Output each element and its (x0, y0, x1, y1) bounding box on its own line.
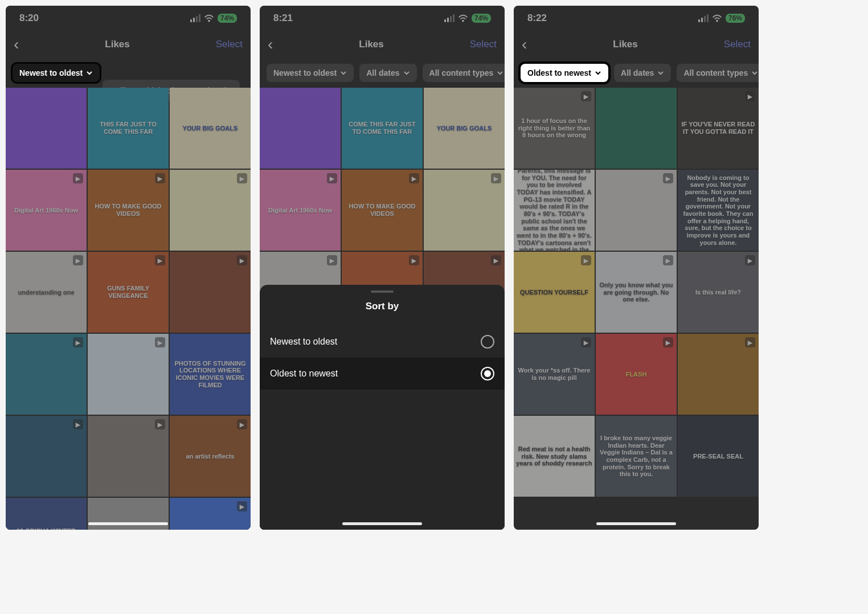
reel-icon: ▶ (155, 173, 165, 183)
sort-chip[interactable]: Newest to oldest (13, 64, 100, 82)
sort-chip[interactable]: Newest to oldest (267, 64, 354, 82)
home-indicator[interactable] (342, 522, 422, 525)
dates-chip[interactable]: All dates (614, 64, 671, 82)
media-tile[interactable] (596, 88, 677, 169)
phone-screen-1: 8:20 74% ‹ Likes Select Newest to oldest… (6, 6, 251, 530)
back-icon[interactable]: ‹ (522, 35, 527, 54)
reel-icon: ▶ (327, 255, 337, 265)
status-time: 8:20 (19, 13, 39, 24)
media-grid-1: THIS FAR JUST TO COME THIS FARYOUR BIG G… (6, 88, 251, 530)
sheet-handle[interactable] (371, 290, 394, 293)
sort-option-newest[interactable]: Newest to oldest (260, 326, 505, 358)
page-title: Likes (105, 39, 129, 50)
media-tile[interactable]: Nobody is coming to save you. Not your p… (678, 170, 759, 251)
tile-caption: Red meat is not a health risk. New study… (516, 445, 592, 467)
phone-screen-3: 8:22 76% ‹ Likes Select Oldest to newest… (514, 6, 759, 530)
svg-point-2 (716, 20, 718, 21)
media-tile[interactable]: Digital Art 1960s Now▶ (6, 170, 87, 251)
reel-icon: ▶ (663, 337, 673, 347)
reel-icon: ▶ (155, 255, 165, 265)
media-tile[interactable]: THIS FAR JUST TO COME THIS FAR (88, 88, 169, 169)
select-button[interactable]: Select (216, 39, 243, 50)
reel-icon: ▶ (491, 255, 501, 265)
media-tile[interactable]: COME THIS FAR JUST TO COME THIS FAR (342, 88, 423, 169)
tile-caption: THIS FAR JUST TO COME THIS FAR (90, 121, 166, 135)
tile-caption: YOUR BIG GOALS (183, 125, 238, 132)
tile-caption: an artist reflects (186, 453, 235, 460)
battery-indicator: 74% (218, 14, 237, 23)
media-tile[interactable]: Patrick Bet-David — Parents, this messag… (514, 170, 595, 251)
reel-icon: ▶ (581, 337, 591, 347)
media-tile[interactable]: GUNS FAMILY VENGEANCE▶ (88, 252, 169, 333)
reel-icon: ▶ (409, 173, 419, 183)
media-tile[interactable]: ▶ (6, 334, 87, 415)
types-label: All content types (683, 68, 748, 77)
media-tile[interactable]: HOW TO MAKE GOOD VIDEOS▶ (88, 170, 169, 251)
media-tile[interactable]: ▶ (424, 170, 505, 251)
reel-icon: ▶ (581, 255, 591, 265)
home-indicator[interactable] (88, 522, 168, 525)
media-tile[interactable]: Red meat is not a health risk. New study… (514, 416, 595, 497)
media-tile[interactable]: ▶ (170, 252, 251, 333)
tile-caption: FLASH (626, 371, 647, 378)
media-tile[interactable] (6, 88, 87, 169)
home-indicator[interactable] (596, 522, 676, 525)
media-tile[interactable]: ▶ (678, 334, 759, 415)
media-tile[interactable]: Is this real life?▶ (678, 252, 759, 333)
media-tile[interactable]: I broke too many veggie Indian hearts. D… (596, 416, 677, 497)
types-chip[interactable]: All content types (423, 64, 505, 82)
reel-icon: ▶ (237, 419, 247, 429)
sort-option-oldest[interactable]: Oldest to newest (260, 358, 505, 390)
status-icons: 74% (190, 14, 237, 23)
media-tile[interactable]: HOW TO MAKE GOOD VIDEOS▶ (342, 170, 423, 251)
media-tile[interactable]: 1 hour of focus on the right thing is be… (514, 88, 595, 169)
media-tile[interactable]: ▶ (596, 170, 677, 251)
wifi-icon (204, 14, 214, 22)
media-tile[interactable]: an artist reflects▶ (170, 416, 251, 497)
chevron-down-icon (497, 69, 503, 76)
status-icons: 76% (698, 14, 745, 23)
media-tile[interactable]: ▶ (6, 416, 87, 497)
media-tile[interactable]: YOUR BIG GOALS (170, 88, 251, 169)
tile-caption: PHOTOS OF STUNNING LOCATIONS WHERE ICONI… (172, 360, 248, 389)
tile-caption: COME THIS FAR JUST TO COME THIS FAR (344, 121, 420, 135)
select-button[interactable]: Select (724, 39, 751, 50)
media-tile[interactable]: IF YOU'VE NEVER READ IT YOU GOTTA READ I… (678, 88, 759, 169)
media-tile[interactable]: mokoba▶ (170, 498, 251, 530)
media-tile[interactable] (260, 88, 341, 169)
tile-caption: Digital Art 1960s Now (14, 207, 78, 214)
media-tile[interactable]: ▶ (88, 334, 169, 415)
tile-caption: 10 ODISHA WINTER FOODS THE WORLD NEEDS T… (8, 527, 84, 530)
sort-chip[interactable]: Oldest to newest (521, 64, 608, 82)
media-tile[interactable]: Digital Art 1960s Now▶ (260, 170, 341, 251)
reel-icon: ▶ (237, 173, 247, 183)
chevron-down-icon (657, 69, 664, 76)
dates-label: All dates (366, 68, 399, 77)
dates-chip[interactable]: All dates (359, 64, 416, 82)
status-time: 8:22 (527, 13, 547, 24)
media-tile[interactable]: ▶ (170, 170, 251, 251)
back-icon[interactable]: ‹ (14, 35, 19, 54)
media-tile[interactable]: FLASH▶ (596, 334, 677, 415)
back-icon[interactable]: ‹ (268, 35, 273, 54)
reel-icon: ▶ (73, 337, 83, 347)
tile-caption: Digital Art 1960s Now (268, 207, 332, 214)
media-tile[interactable]: understanding one▶ (6, 252, 87, 333)
nav-bar: ‹ Likes Select (6, 31, 251, 58)
media-tile[interactable]: QUESTION YOURSELF▶ (514, 252, 595, 333)
phone-screen-2: 8:21 74% ‹ Likes Select Newest to oldest… (260, 6, 505, 530)
media-tile[interactable]: PHOTOS OF STUNNING LOCATIONS WHERE ICONI… (170, 334, 251, 415)
tile-caption: 1 hour of focus on the right thing is be… (516, 117, 592, 139)
media-tile[interactable]: Work your *ss off. There is no magic pil… (514, 334, 595, 415)
types-chip[interactable]: All content types (677, 64, 759, 82)
media-tile[interactable]: PRE-SEAL SEAL (678, 416, 759, 497)
reel-icon: ▶ (491, 173, 501, 183)
media-tile[interactable]: ▶ (88, 416, 169, 497)
reel-icon: ▶ (745, 337, 755, 347)
media-tile[interactable]: Only you know what you are going through… (596, 252, 677, 333)
reel-icon: ▶ (73, 173, 83, 183)
page-title: Likes (613, 39, 637, 50)
media-tile[interactable]: 10 ODISHA WINTER FOODS THE WORLD NEEDS T… (6, 498, 87, 530)
select-button[interactable]: Select (470, 39, 497, 50)
media-tile[interactable]: YOUR BIG GOALS (424, 88, 505, 169)
